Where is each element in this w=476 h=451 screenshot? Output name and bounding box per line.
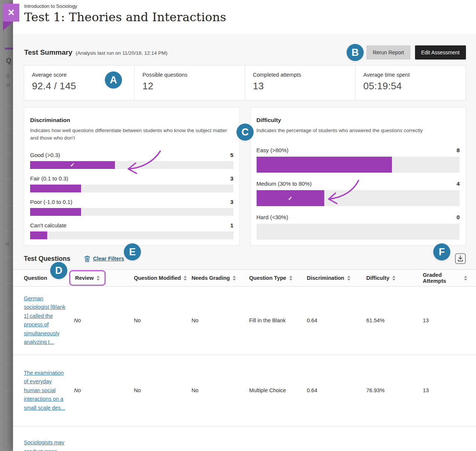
trash-icon xyxy=(84,255,90,262)
bar-label: Can't calculate xyxy=(30,222,67,228)
column-header-discrimination[interactable]: Discrimination xyxy=(307,275,366,281)
backdrop-row-divider xyxy=(5,206,13,206)
question-link[interactable]: German sociologist [Blank 1] called the … xyxy=(24,294,66,347)
backdrop-row-divider xyxy=(5,231,13,232)
graded-attempts-value: 13 xyxy=(423,387,467,393)
discrimination-chart-panel: Discrimination Indicates how well questi… xyxy=(24,107,240,246)
stat-possible-questions: Possible questions 12 xyxy=(134,65,245,100)
annotation-badge-f: F xyxy=(433,243,450,260)
checkmark-icon: ✓ xyxy=(288,195,293,202)
sort-icon[interactable] xyxy=(97,276,100,281)
bar-count: 8 xyxy=(457,147,460,153)
bar-count: 3 xyxy=(230,199,233,205)
sort-icon[interactable] xyxy=(392,276,395,281)
bar-medium: Medium (30% to 80%) 4 ✓ xyxy=(257,180,460,206)
stat-completed-attempts: Completed attempts 13 xyxy=(245,65,355,100)
download-results-button[interactable] xyxy=(455,253,466,264)
question-modified-value: No xyxy=(134,387,192,393)
difficulty-title: Difficulty xyxy=(257,117,460,124)
backdrop-row-divider xyxy=(5,179,13,179)
backdrop-row-divider xyxy=(5,418,13,418)
column-header-question-type[interactable]: Question Type xyxy=(249,275,307,281)
backdrop-row-divider xyxy=(5,364,13,364)
backdrop-row-divider xyxy=(5,391,13,391)
analysis-last-run-note: (Analysis last run on 11/20/18, 12:14 PM… xyxy=(76,49,168,56)
difficulty-value: 61.54% xyxy=(366,317,423,323)
question-link[interactable]: Sociologists may conduct cross-cultural … xyxy=(24,438,66,451)
download-icon xyxy=(455,253,466,264)
annotation-highlight-box: Review xyxy=(69,270,106,286)
bar-label: Medium (30% to 80%) xyxy=(257,180,312,187)
course-name: Introduction to Sociology xyxy=(24,3,476,9)
review-value: No xyxy=(74,317,134,323)
page-title: Test 1: Theories and Interactions xyxy=(24,10,476,24)
difficulty-value: 76.93% xyxy=(366,387,423,393)
bar-label: Poor (-1.0 to 0.1) xyxy=(30,199,72,205)
annotation-badge-c: C xyxy=(237,124,254,141)
close-panel-button[interactable]: ✕ xyxy=(3,4,19,22)
edit-assessment-button[interactable]: Edit Assessment xyxy=(415,45,466,60)
bar-cant-calculate: Can't calculate 1 xyxy=(30,222,234,239)
screenshot-stage: Q Q of st ✕ Introduction to Sociology Te… xyxy=(0,0,476,451)
bar-good: Good (>0.3) 5 ✓ xyxy=(30,152,234,169)
bar-label: Fair (0.1 to 0.3) xyxy=(30,175,68,182)
discrimination-description: Indicates how well questions differentia… xyxy=(30,127,234,142)
backdrop-row-divider xyxy=(5,310,13,311)
sort-icon[interactable] xyxy=(233,276,236,281)
close-ribbon-tail xyxy=(3,22,13,31)
backdrop-text-fragment: Q xyxy=(6,57,12,65)
graded-attempts-value: 13 xyxy=(423,317,467,323)
bar-label: Good (>0.3) xyxy=(30,152,60,158)
backdrop-row-divider xyxy=(5,257,13,257)
sort-icon[interactable] xyxy=(464,276,467,281)
review-value: No xyxy=(74,387,134,393)
dimmed-background-page: Q Q of st xyxy=(0,0,13,451)
question-link[interactable]: The examination of everyday human social… xyxy=(24,369,66,412)
sort-icon[interactable] xyxy=(184,276,187,281)
column-header-question-modified[interactable]: Question Modified xyxy=(134,275,192,281)
bar-count: 1 xyxy=(230,222,233,228)
stat-value: 13 xyxy=(253,80,355,92)
backdrop-accent-bar xyxy=(5,48,13,49)
column-label: Difficulty xyxy=(366,275,389,281)
bar-label: Hard (<30%) xyxy=(257,214,288,220)
backdrop-text-fragment: st xyxy=(5,241,9,246)
column-header-difficulty[interactable]: Difficulty xyxy=(366,275,423,281)
column-label: Discrimination xyxy=(307,275,344,281)
backdrop-row-divider xyxy=(5,337,13,338)
test-questions-table: Question Review Question Modified Needs … xyxy=(13,269,476,451)
needs-grading-value: No xyxy=(192,387,249,393)
table-row: The examination of everyday human social… xyxy=(13,355,476,426)
backdrop-row-divider xyxy=(5,128,13,128)
bar-count: 4 xyxy=(457,180,460,187)
annotation-badge-d: D xyxy=(50,262,67,279)
column-header-graded-attempts[interactable]: Graded Attempts xyxy=(423,272,467,284)
stat-value: 12 xyxy=(142,80,245,92)
bar-hard: Hard (<30%) 0 xyxy=(257,214,460,240)
stat-label: Possible questions xyxy=(142,72,245,78)
clear-filters-link[interactable]: Clear Filters xyxy=(84,255,124,262)
column-label: Needs Grading xyxy=(192,275,230,281)
bar-fair: Fair (0.1 to 0.3) 3 xyxy=(30,175,234,192)
column-label: Question xyxy=(24,275,47,281)
backdrop-divider xyxy=(4,0,4,451)
stat-label: Average time spent xyxy=(363,72,466,78)
column-header-review[interactable]: Review xyxy=(74,270,134,286)
assessment-analysis-panel: Introduction to Sociology Test 1: Theori… xyxy=(13,0,476,451)
difficulty-chart-panel: Difficulty Indicates the percentage of s… xyxy=(250,107,466,246)
column-header-needs-grading[interactable]: Needs Grading xyxy=(192,275,249,281)
rerun-report-button[interactable]: Rerun Report xyxy=(366,45,410,60)
column-header-question[interactable]: Question xyxy=(24,275,74,281)
question-type-value: Fill in the Blank xyxy=(249,317,307,323)
sort-icon[interactable] xyxy=(347,276,350,281)
table-header-row: Question Review Question Modified Needs … xyxy=(13,269,476,287)
table-row: German sociologist [Blank 1] called the … xyxy=(13,287,476,355)
question-type-value: Multiple Choice xyxy=(249,387,307,393)
discrimination-value: 0.64 xyxy=(307,387,366,393)
bar-poor: Poor (-1.0 to 0.1) 3 xyxy=(30,199,234,216)
checkmark-icon: ✓ xyxy=(70,161,75,168)
backdrop-row-divider xyxy=(5,106,13,106)
bar-easy: Easy (>80%) 8 xyxy=(257,147,460,173)
sort-icon[interactable] xyxy=(289,276,292,281)
close-icon: ✕ xyxy=(7,7,15,18)
